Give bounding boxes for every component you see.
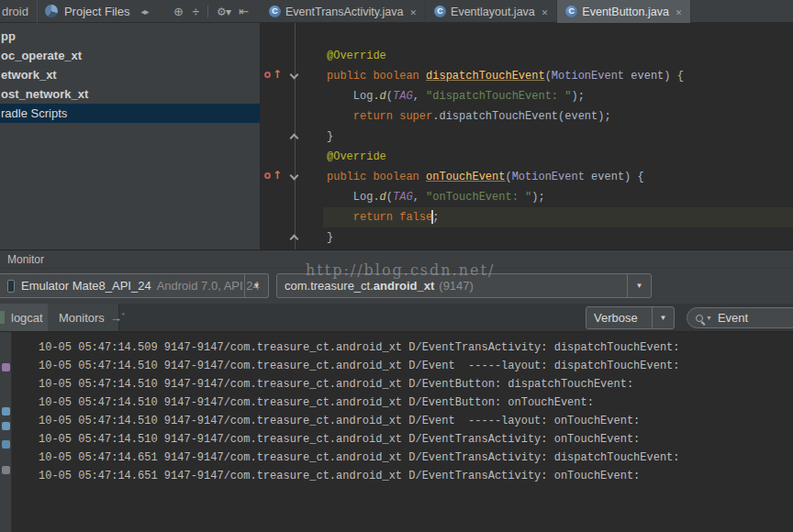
logcat-side-toolbar [0,332,12,532]
project-tree-item[interactable]: ost_network_xt [0,84,260,104]
code-token: public boolean [327,70,426,83]
switch-views-icon[interactable] [140,6,148,17]
close-tab-icon[interactable] [676,6,683,17]
settings-gear-icon[interactable] [217,5,229,18]
locate-icon[interactable] [173,5,184,18]
gutter-rows [261,23,323,248]
editor-gutter[interactable] [261,23,323,249]
logcat-tab-label: logcat [11,311,43,325]
logcat-tool-icon[interactable] [2,440,10,449]
log-level-value: Verbose [594,311,638,325]
fold-marker-icon[interactable] [290,71,299,80]
logcat-tab-icon [0,311,5,324]
code-editor[interactable]: @Overridepublic boolean dispatchTouchEve… [261,23,793,249]
process-selector[interactable]: com.treasure_ct.android_xt (9147) [276,273,652,298]
code-token: Log. [327,90,380,103]
project-tree-item[interactable]: oc_operate_xt [0,46,260,65]
code-token: event) { [585,171,644,183]
code-token: return super [353,110,432,123]
android-monitor-panel: http://blog.csdn.net/ Monitor Emulator M… [0,249,793,532]
hide-panel-icon[interactable] [239,5,249,18]
project-tree-item[interactable]: radle Scripts [0,104,260,123]
logcat-tool-icon[interactable] [2,466,10,474]
process-dropdown-arrow-icon[interactable] [627,274,651,297]
gutter-row [261,167,323,187]
code-token: d [380,90,386,103]
editor-tab-label: EventButton.java [582,6,669,18]
class-icon: C [565,6,577,17]
code-token: MotionEvent [552,70,624,83]
fold-marker-icon[interactable] [290,172,299,181]
project-files-icon [45,5,58,17]
search-input[interactable]: Event [687,307,793,328]
code-token: , [413,90,426,103]
logcat-output[interactable]: 10-05 05:47:14.509 9147-9147/com.treasur… [0,332,793,532]
code-token [327,211,353,224]
monitor-selectors-row: Emulator Mate8_API_24 Android 7.0, API 2… [0,269,793,304]
gutter-row [261,187,323,207]
process-prefix: com.treasure_ct. [285,279,374,293]
project-tree-item[interactable]: pp [0,27,260,46]
tab-monitors[interactable]: Monitors → [48,304,119,331]
code-token: ( [386,191,393,204]
code-token: } [327,231,333,244]
code-token: onTouchEvent [426,171,505,183]
gutter-row [261,46,323,66]
log-line: 10-05 05:47:14.509 9147-9147/com.treasur… [39,338,793,357]
code-token: ); [571,90,584,103]
fold-marker-icon[interactable] [290,134,299,143]
device-dropdown-arrow-icon[interactable] [244,274,268,297]
search-icon [696,315,703,322]
code-token: ; [432,211,439,224]
override-arrow-icon [273,169,282,182]
code-token: "dispatchTouchEvent: " [426,90,571,103]
log-level-dropdown-arrow-icon[interactable] [652,307,674,328]
code-line: Log.d(TAG, "onTouchEvent: "); [323,187,793,207]
logcat-tool-icon[interactable] [2,407,10,416]
editor-tab-bar: CEventTransActivity.javaCEventlayout.jav… [261,0,793,22]
close-tab-icon[interactable] [542,6,549,17]
log-lines: 10-05 05:47:14.509 9147-9147/com.treasur… [12,332,793,485]
device-selector[interactable]: Emulator Mate8_API_24 Android 7.0, API 2… [0,273,269,298]
override-method-icon[interactable] [264,172,271,179]
code-token: ); [531,191,544,204]
close-tab-icon[interactable] [410,6,418,17]
project-view-selector[interactable]: Project Files [64,5,130,18]
class-icon: C [269,6,281,17]
code-token: d [380,191,386,204]
code-token: ( [545,70,552,83]
editor-tab-label: EventTransActivity.java [285,6,404,18]
search-options-arrow-icon[interactable] [706,315,712,321]
editor-tab[interactable]: CEventTransActivity.java [261,0,426,23]
override-method-icon[interactable] [264,72,271,78]
editor-tab-label: Eventlayout.java [451,6,535,18]
code-line: } [323,127,793,147]
search-value: Event [718,311,748,325]
log-line: 10-05 05:47:14.510 9147-9147/com.treasur… [39,430,793,449]
gutter-row [261,207,323,227]
gutter-row [261,127,323,147]
log-level-selector[interactable]: Verbose [586,306,675,329]
process-pid: (9147) [439,279,474,293]
device-phone-icon [7,280,15,293]
android-tool-window-tab[interactable]: droid [0,0,38,23]
logcat-tool-icon[interactable] [2,422,10,430]
code-token: public boolean [327,171,426,183]
override-arrow-icon [273,68,282,81]
logcat-tool-icon[interactable] [2,363,10,371]
code-token: TAG [393,90,413,103]
project-tree-item[interactable]: etwork_xt [0,65,260,84]
code-line: return super.dispatchTouchEvent(event); [323,106,793,127]
fold-marker-icon[interactable] [290,235,299,244]
tab-logcat[interactable]: logcat [0,304,48,331]
collapse-all-icon[interactable] [193,5,199,18]
log-line: 10-05 05:47:14.510 9147-9147/com.treasur… [39,375,793,393]
code-line: @Override [323,46,793,66]
project-tree-panel: ppoc_operate_xtetwork_xtost_network_xtra… [0,23,261,249]
editor-tab[interactable]: CEventlayout.java [426,0,557,23]
log-line: 10-05 05:47:14.510 9147-9147/com.treasur… [39,412,793,430]
editor-tab[interactable]: CEventButton.java [557,0,691,23]
log-line: 10-05 05:47:14.651 9147-9147/com.treasur… [39,449,793,467]
code-token: ( [505,171,511,183]
code-token: @Override [327,50,386,62]
